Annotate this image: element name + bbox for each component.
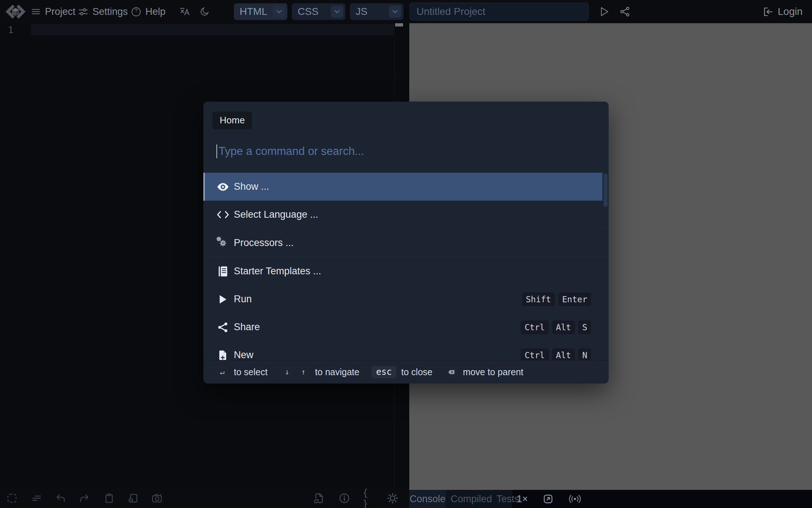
tab-console-label: Console [410, 493, 446, 505]
theme-toggle[interactable] [200, 0, 210, 23]
arrow-down-key-hint: ↓ [281, 366, 294, 378]
braces-icon[interactable]: { } [362, 493, 373, 504]
command-item-share[interactable]: Share Ctrl Alt S [203, 313, 609, 341]
command-item-processors[interactable]: Processors ... [203, 229, 609, 257]
command-item-select-language[interactable]: Select Language ... [203, 201, 609, 229]
new-file-icon [216, 349, 229, 360]
login-button[interactable]: Login [763, 0, 803, 23]
command-search-input[interactable]: Type a command or search... [216, 144, 364, 159]
sliders-icon [78, 7, 88, 17]
editor-active-line [31, 24, 394, 35]
breadcrumb[interactable]: Home [212, 111, 252, 129]
shortcut-keys: Shift Enter [522, 292, 592, 306]
tab-compiled[interactable]: Compiled [449, 490, 493, 508]
command-item-label: Share [234, 321, 260, 333]
esc-key-hint: esc [372, 366, 396, 378]
logo-icon [5, 4, 26, 20]
tab-css[interactable]: CSS [292, 3, 345, 20]
tab-compiled-label: Compiled [451, 493, 492, 505]
shortcut-keys: Ctrl Alt S [521, 320, 591, 334]
share-button[interactable] [618, 5, 631, 18]
menu-project[interactable]: Project [31, 0, 75, 23]
preview-statusbar: Console Compiled Tests 1× [409, 490, 812, 508]
css-language-dropdown[interactable] [331, 5, 343, 18]
keycap: Ctrl [521, 348, 548, 360]
zoom-level-label: 1× [517, 493, 528, 505]
live-reload-icon[interactable] [569, 494, 581, 504]
command-item-label: Run [234, 294, 252, 305]
command-item-label: Select Language ... [234, 209, 318, 220]
help-icon: ? [131, 7, 141, 17]
menu-help-label: Help [145, 6, 166, 17]
menu-project-label: Project [45, 6, 75, 17]
undo-icon[interactable] [55, 493, 66, 504]
command-item-new[interactable]: New Ctrl Alt N [203, 341, 609, 360]
editor-scrollbar-thumb[interactable] [395, 23, 403, 26]
redo-icon[interactable] [79, 493, 90, 504]
command-item-run[interactable]: Run Shift Enter [203, 285, 609, 313]
select-region-icon[interactable] [7, 493, 17, 504]
palette-footer: ↵ to select ↓ ↑ to navigate esc to close… [203, 360, 609, 384]
play-icon [216, 293, 229, 306]
translate-icon [180, 7, 190, 17]
command-item-label: Processors ... [234, 237, 294, 249]
app-root: Project Settings ? Help HTM [0, 0, 812, 508]
translate-button[interactable] [180, 0, 190, 23]
gears-icon [216, 237, 229, 250]
preview-zoom-control[interactable]: 1× [512, 490, 533, 508]
keycap: N [578, 348, 591, 360]
tab-html-label: HTML [240, 6, 267, 17]
enter-key-hint: ↵ [216, 366, 229, 378]
keycap: Enter [558, 292, 591, 306]
screenshot-icon[interactable] [152, 493, 162, 504]
backspace-icon [448, 370, 455, 374]
run-button[interactable] [598, 5, 611, 18]
chevron-down-icon [276, 10, 282, 13]
keycap: Shift [522, 292, 555, 306]
chevron-down-icon [334, 10, 340, 13]
code-icon [216, 208, 229, 221]
login-icon [763, 7, 773, 17]
project-name-input[interactable] [410, 3, 589, 21]
templates-icon [216, 265, 229, 278]
js-language-dropdown[interactable] [389, 5, 401, 18]
breadcrumb-label: Home [220, 115, 245, 126]
format-icon[interactable] [31, 493, 42, 504]
app-logo[interactable] [5, 4, 26, 20]
command-item-show[interactable]: Show ... [203, 173, 602, 201]
file-link-icon[interactable] [314, 493, 324, 504]
palette-scrollbar-thumb[interactable] [604, 173, 608, 207]
keycap: Ctrl [521, 320, 548, 334]
keycap: S [578, 320, 591, 334]
tab-console[interactable]: Console [409, 490, 446, 508]
share-icon [216, 321, 229, 334]
copy-link-icon[interactable] [128, 493, 138, 504]
moon-icon [200, 7, 210, 16]
play-outline-icon [600, 7, 609, 17]
footer-hint-select: to select [234, 367, 268, 377]
settings-gear-icon[interactable] [387, 493, 398, 504]
tab-html[interactable]: HTML [234, 3, 287, 20]
shortcut-keys: Ctrl Alt N [521, 348, 591, 360]
tab-css-label: CSS [298, 6, 319, 17]
info-icon[interactable] [339, 493, 350, 504]
html-language-dropdown[interactable] [273, 5, 285, 18]
footer-hint-parent: move to parent [463, 367, 523, 377]
menu-settings[interactable]: Settings [78, 0, 128, 23]
open-external-icon[interactable] [542, 494, 554, 504]
line-number: 1 [8, 25, 13, 35]
editor-toolbar: { } [0, 488, 409, 508]
menu-help[interactable]: ? Help [131, 0, 166, 23]
menu-settings-label: Settings [92, 6, 128, 17]
tab-js[interactable]: JS [350, 3, 403, 20]
top-bar: Project Settings ? Help HTM [0, 0, 812, 23]
keycap: Alt [552, 348, 575, 360]
backspace-key-hint [445, 366, 458, 378]
paste-icon[interactable] [104, 493, 115, 504]
command-item-starter-templates[interactable]: Starter Templates ... [203, 257, 609, 285]
tab-js-label: JS [356, 6, 368, 17]
search-placeholder: Type a command or search... [219, 145, 364, 158]
keycap: Alt [552, 320, 575, 334]
login-label: Login [778, 6, 803, 17]
eye-icon [216, 180, 229, 193]
